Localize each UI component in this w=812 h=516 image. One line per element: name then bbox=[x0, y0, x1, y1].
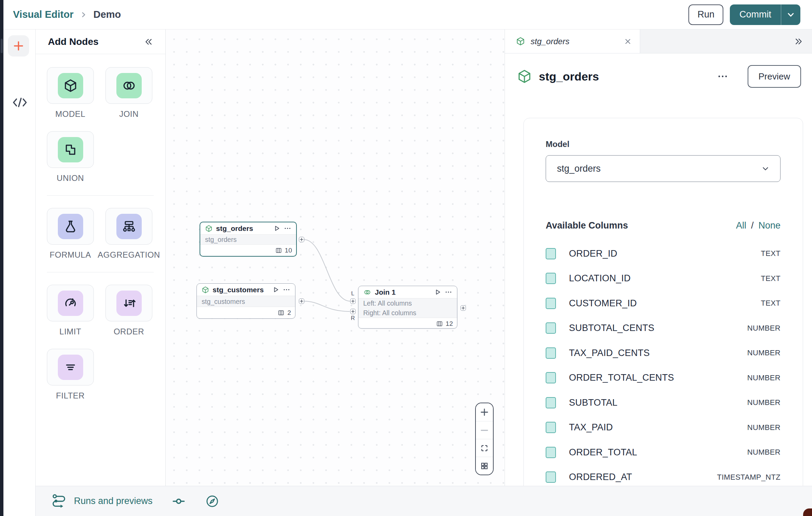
node-header: Join 1 bbox=[358, 286, 457, 298]
column-row-order-total[interactable]: ORDER_TOTAL NUMBER bbox=[546, 440, 781, 465]
status-bar: Runs and previews bbox=[36, 486, 812, 516]
zoom-toolbar bbox=[475, 403, 494, 475]
palette-tile-label: JOIN bbox=[119, 109, 139, 119]
model-cube-icon bbox=[63, 78, 78, 93]
node-header: stg_customers bbox=[197, 284, 295, 296]
fit-view-icon bbox=[480, 444, 489, 452]
column-count: 2 bbox=[287, 309, 291, 317]
node-title: stg_orders bbox=[216, 224, 253, 233]
column-row-location-id[interactable]: LOCATION_ID TEXT bbox=[546, 266, 781, 291]
column-checkbox[interactable] bbox=[546, 322, 556, 334]
run-node-icon[interactable] bbox=[273, 225, 280, 232]
commit-node-button[interactable] bbox=[172, 494, 186, 508]
fit-view-button[interactable] bbox=[476, 439, 493, 457]
column-row-subtotal-cents[interactable]: SUBTOTAL_CENTS NUMBER bbox=[546, 316, 781, 341]
join-left-input-handle[interactable] bbox=[350, 298, 356, 304]
tab-stg-orders[interactable]: stg_orders bbox=[505, 29, 640, 53]
node-title: Join 1 bbox=[375, 288, 396, 296]
column-name: ORDER_ID bbox=[569, 248, 617, 259]
tile-view-button[interactable] bbox=[476, 457, 493, 475]
add-edge-handle-join-out[interactable] bbox=[460, 305, 466, 311]
column-row-ordered-at[interactable]: ORDERED_AT TIMESTAMP_NTZ bbox=[546, 465, 781, 486]
plus-icon bbox=[300, 299, 303, 303]
formula-flask-icon bbox=[63, 219, 78, 234]
left-rail bbox=[3, 29, 36, 516]
plus-icon bbox=[300, 238, 303, 241]
model-cube-icon bbox=[517, 69, 532, 84]
model-select-value: stg_orders bbox=[557, 163, 601, 174]
more-icon[interactable] bbox=[445, 288, 452, 296]
join-right-line: Right: All columns bbox=[363, 308, 452, 318]
inspector-tab-strip: stg_orders bbox=[505, 29, 812, 53]
column-checkbox[interactable] bbox=[546, 422, 556, 433]
zoom-in-button[interactable] bbox=[476, 403, 493, 421]
palette-tile-aggregation[interactable]: AGGREGATION bbox=[105, 208, 152, 260]
add-edge-handle-stg-customers-out[interactable] bbox=[299, 298, 304, 304]
chevron-down-icon bbox=[761, 164, 770, 173]
palette-tile-formula[interactable]: FORMULA bbox=[47, 208, 94, 260]
top-bar: Visual Editor Demo Run Commit bbox=[3, 0, 812, 29]
more-icon[interactable] bbox=[284, 225, 291, 232]
column-row-order-id[interactable]: ORDER_ID TEXT bbox=[546, 241, 781, 266]
column-checkbox[interactable] bbox=[546, 397, 556, 408]
model-select[interactable]: stg_orders bbox=[546, 155, 781, 182]
grid-icon bbox=[480, 462, 489, 470]
palette-tile-model[interactable]: MODEL bbox=[47, 67, 94, 119]
column-checkbox[interactable] bbox=[546, 273, 556, 284]
node-stg-orders[interactable]: stg_orders stg_orders 10 bbox=[200, 222, 297, 257]
zoom-out-button[interactable] bbox=[476, 421, 493, 439]
node-stg-customers[interactable]: stg_customers stg_customers 2 bbox=[196, 283, 295, 319]
palette-tile-limit[interactable]: LIMIT bbox=[47, 285, 94, 336]
expand-panel-button[interactable] bbox=[794, 29, 812, 53]
collapse-panel-button[interactable] bbox=[143, 37, 154, 46]
column-name: ORDERED_AT bbox=[569, 472, 632, 482]
column-type: TEXT bbox=[761, 249, 781, 258]
column-checkbox[interactable] bbox=[546, 347, 556, 359]
column-checkbox[interactable] bbox=[546, 298, 556, 309]
flow-canvas[interactable]: stg_orders stg_orders 10 stg_customers s… bbox=[166, 29, 505, 486]
add-button[interactable] bbox=[8, 35, 29, 57]
palette-tile-union[interactable]: UNION bbox=[47, 131, 94, 183]
column-row-subtotal[interactable]: SUBTOTAL NUMBER bbox=[546, 390, 781, 415]
limit-gauge-icon bbox=[63, 296, 78, 310]
join-right-input-handle[interactable] bbox=[350, 309, 356, 314]
column-checkbox[interactable] bbox=[546, 372, 556, 383]
more-icon[interactable] bbox=[283, 286, 290, 293]
plus-icon bbox=[12, 40, 25, 52]
column-row-tax-paid-cents[interactable]: TAX_PAID_CENTS NUMBER bbox=[546, 341, 781, 366]
runs-and-previews-button[interactable]: Runs and previews bbox=[74, 496, 153, 506]
add-edge-handle-stg-orders-out[interactable] bbox=[299, 237, 304, 242]
column-checkbox[interactable] bbox=[546, 447, 556, 458]
join-venn-icon bbox=[363, 288, 371, 296]
commit-button[interactable]: Commit bbox=[730, 4, 781, 25]
close-tab-button[interactable] bbox=[624, 38, 632, 45]
run-node-icon[interactable] bbox=[434, 288, 441, 296]
commit-dropdown-button[interactable] bbox=[781, 4, 800, 25]
explore-button[interactable] bbox=[205, 494, 220, 509]
column-row-order-total-cents[interactable]: ORDER_TOTAL_CENTS NUMBER bbox=[546, 366, 781, 391]
join-right-handle-label: R bbox=[351, 315, 355, 321]
run-button[interactable]: Run bbox=[688, 4, 723, 25]
inspector-title: stg_orders bbox=[539, 70, 599, 83]
palette-tile-order[interactable]: ORDER bbox=[105, 285, 152, 336]
column-name: TAX_PAID bbox=[569, 422, 613, 433]
column-type: NUMBER bbox=[747, 324, 781, 333]
column-type: TEXT bbox=[761, 274, 781, 283]
minus-icon bbox=[480, 426, 489, 435]
palette-tile-filter[interactable]: FILTER bbox=[47, 349, 94, 401]
select-none-link[interactable]: None bbox=[758, 220, 781, 231]
column-row-customer-id[interactable]: CUSTOMER_ID TEXT bbox=[546, 291, 781, 316]
column-checkbox[interactable] bbox=[546, 471, 556, 483]
preview-button[interactable]: Preview bbox=[748, 65, 801, 88]
column-row-tax-paid[interactable]: TAX_PAID NUMBER bbox=[546, 415, 781, 440]
palette-tile-join[interactable]: JOIN bbox=[105, 67, 152, 119]
join-left-line: Left: All columns bbox=[363, 298, 452, 308]
code-view-button[interactable] bbox=[12, 97, 28, 108]
select-all-link[interactable]: All bbox=[736, 220, 746, 231]
breadcrumb-visual-editor-link[interactable]: Visual Editor bbox=[13, 9, 74, 20]
column-name: SUBTOTAL_CENTS bbox=[569, 323, 654, 333]
column-checkbox[interactable] bbox=[546, 248, 556, 259]
run-node-icon[interactable] bbox=[272, 286, 279, 293]
more-options-button[interactable] bbox=[713, 71, 733, 82]
node-join-1[interactable]: Join 1 Left: All columns Right: All colu… bbox=[358, 286, 457, 329]
